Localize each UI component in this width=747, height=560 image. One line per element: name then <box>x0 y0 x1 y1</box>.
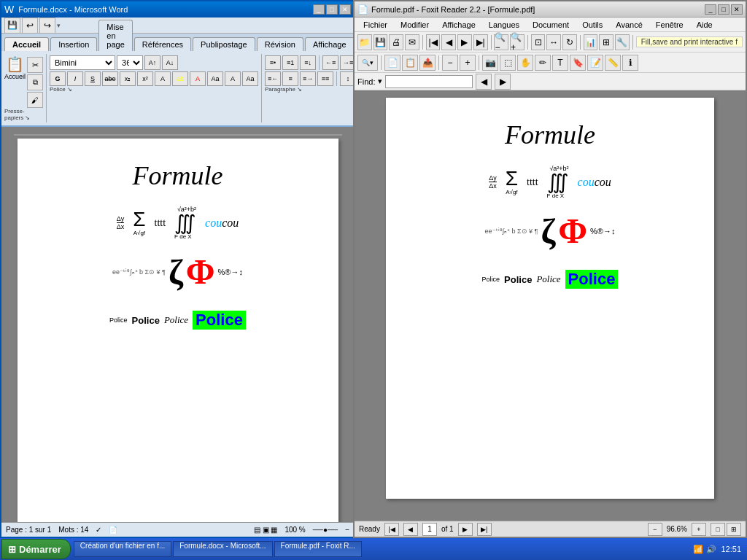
foxit-typewriter-icon[interactable]: T <box>552 55 568 71</box>
menu-document[interactable]: Document <box>527 19 575 31</box>
foxit-open-icon[interactable]: 📁 <box>357 34 372 50</box>
cut-icon[interactable]: ✂ <box>27 57 43 73</box>
minimize-button[interactable]: _ <box>313 4 325 15</box>
menu-avance[interactable]: Avancé <box>610 19 649 31</box>
foxit-save-icon[interactable]: 💾 <box>374 34 388 50</box>
font-size-select[interactable]: 36 <box>117 55 143 70</box>
justify-button[interactable]: ≡≡ <box>317 71 333 86</box>
copy-icon[interactable]: ⧉ <box>27 74 43 90</box>
zoom-slider[interactable]: ──●── <box>313 526 338 534</box>
foxit-page-input[interactable] <box>422 523 437 536</box>
foxit-prev-page-icon[interactable]: ◀ <box>441 34 456 50</box>
close-button[interactable]: ✕ <box>339 4 351 15</box>
foxit-rotate-icon[interactable]: ↻ <box>562 34 577 50</box>
tab-accueil[interactable]: Accueil <box>4 37 49 51</box>
align-left-button[interactable]: ≡← <box>265 71 281 86</box>
foxit-zoom-out-btn[interactable]: − <box>648 523 662 536</box>
multilevel-button[interactable]: ≡↓ <box>300 55 316 70</box>
format-painter-icon[interactable]: 🖌 <box>27 92 43 108</box>
clear-format-button[interactable]: A <box>225 71 241 86</box>
foxit-nav-last[interactable]: ▶| <box>477 523 492 536</box>
save-icon[interactable]: 💾 <box>4 18 20 34</box>
foxit-close-button[interactable]: ✕ <box>731 4 743 15</box>
foxit-measure-icon[interactable]: 📏 <box>605 55 621 71</box>
menu-fenetre[interactable]: Fenêtre <box>650 19 689 31</box>
foxit-zoom-in-btn[interactable]: + <box>692 523 706 536</box>
subscript-button[interactable]: x₂ <box>120 71 136 86</box>
highlight-button[interactable]: ab <box>172 71 188 86</box>
foxit-info-icon[interactable]: ℹ <box>622 55 638 71</box>
foxit-zoom-select-icon[interactable]: 🔍▾ <box>357 55 378 71</box>
foxit-first-page-icon[interactable]: |◀ <box>426 34 441 50</box>
foxit-next-page-icon[interactable]: ▶ <box>457 34 472 50</box>
zoom-out-icon[interactable]: − <box>345 526 349 534</box>
foxit-hand-icon[interactable]: ✋ <box>517 55 533 71</box>
numbering-button[interactable]: ≡1 <box>282 55 298 70</box>
foxit-maximize-button[interactable]: □ <box>718 4 729 15</box>
bold-button[interactable]: G <box>50 71 66 86</box>
menu-fichier[interactable]: Fichier <box>357 19 393 31</box>
tab-revision[interactable]: Révision <box>257 37 303 51</box>
foxit-minus-icon[interactable]: − <box>442 55 458 71</box>
foxit-minimize-button[interactable]: _ <box>705 4 716 15</box>
font-size-aa-button[interactable]: Aa <box>207 71 223 86</box>
align-center-button[interactable]: ≡ <box>282 71 298 86</box>
bullets-button[interactable]: ≡• <box>265 55 281 70</box>
maximize-button[interactable]: □ <box>326 4 338 15</box>
foxit-table-icon[interactable]: ⊞ <box>599 34 614 50</box>
foxit-print-icon[interactable]: 🖨 <box>389 34 403 50</box>
start-button[interactable]: ⊞ Démarrer <box>1 539 71 559</box>
menu-outils[interactable]: Outils <box>576 19 608 31</box>
foxit-fit-page-icon[interactable]: ⊡ <box>531 34 546 50</box>
foxit-zoom-in-icon[interactable]: 🔍+ <box>510 34 525 50</box>
align-right-button[interactable]: ≡→ <box>300 71 316 86</box>
foxit-page-icon[interactable]: 📋 <box>402 55 418 71</box>
foxit-annot-icon[interactable]: ✏ <box>535 55 551 71</box>
redo-icon[interactable]: ↪ <box>39 18 55 34</box>
superscript-button[interactable]: x² <box>137 71 153 86</box>
foxit-stamp-icon[interactable]: 🔖 <box>570 55 586 71</box>
foxit-new-icon[interactable]: 📄 <box>384 55 400 71</box>
italic-button[interactable]: I <box>67 71 83 86</box>
foxit-zoom-out-icon[interactable]: 🔍− <box>494 34 508 50</box>
find-input[interactable] <box>385 75 473 88</box>
foxit-plus-icon[interactable]: + <box>460 55 476 71</box>
menu-modifier[interactable]: Modifier <box>395 19 435 31</box>
change-case-button[interactable]: Aa <box>242 71 258 86</box>
taskbar-item-1[interactable]: Formule.docx - Microsoft... <box>173 541 272 557</box>
underline-button[interactable]: S <box>85 71 101 86</box>
foxit-chart-icon[interactable]: 📊 <box>584 34 598 50</box>
foxit-text-box-icon[interactable]: 📝 <box>587 55 603 71</box>
tab-publipostage[interactable]: Publipostage <box>193 37 255 51</box>
font-shrink-button[interactable]: A↓ <box>162 55 178 70</box>
find-prev-button[interactable]: ◀ <box>476 74 492 90</box>
foxit-nav-prev[interactable]: ◀ <box>403 523 418 536</box>
foxit-email-icon[interactable]: ✉ <box>405 34 419 50</box>
foxit-tool1-icon[interactable]: 🔧 <box>615 34 630 50</box>
foxit-view-mode-1[interactable]: □ <box>711 523 725 536</box>
menu-affichage[interactable]: Affichage <box>436 19 481 31</box>
tab-references[interactable]: Références <box>134 37 191 51</box>
tab-mise-en-page[interactable]: Mise en page <box>98 20 132 51</box>
foxit-fit-width-icon[interactable]: ↔ <box>546 34 561 50</box>
find-dropdown-icon[interactable]: ▾ <box>378 77 382 86</box>
font-grow-button[interactable]: A↑ <box>144 55 160 70</box>
taskbar-item-0[interactable]: Création d'un fichier en f... <box>74 541 171 557</box>
font-color-button[interactable]: A <box>190 71 206 86</box>
font-family-select[interactable]: Bimini <box>50 55 115 70</box>
foxit-nav-first[interactable]: |◀ <box>384 523 399 536</box>
find-next-button[interactable]: ▶ <box>495 74 511 90</box>
taskbar-item-2[interactable]: Formule.pdf - Foxit R... <box>274 541 362 557</box>
menu-langues[interactable]: Langues <box>483 19 525 31</box>
menu-aide[interactable]: Aide <box>691 19 719 31</box>
undo-icon[interactable]: ↩ <box>22 18 38 34</box>
foxit-nav-next[interactable]: ▶ <box>458 523 473 536</box>
foxit-view-mode-2[interactable]: ⊞ <box>727 523 741 536</box>
foxit-snapshot-icon[interactable]: 📷 <box>482 55 498 71</box>
strikethrough-button[interactable]: abe <box>102 71 118 86</box>
foxit-select-icon[interactable]: ⬚ <box>500 55 516 71</box>
decrease-indent-button[interactable]: ←≡ <box>322 55 338 70</box>
foxit-last-page-icon[interactable]: ▶| <box>473 34 488 50</box>
foxit-extract-icon[interactable]: 📤 <box>419 55 436 71</box>
tab-affichage[interactable]: Affichage <box>305 37 355 51</box>
